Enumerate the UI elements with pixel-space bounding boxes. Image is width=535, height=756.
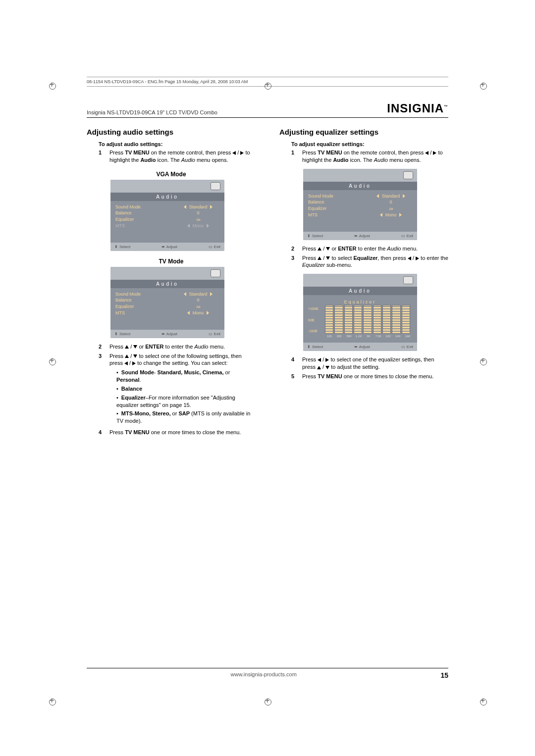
up-arrow-icon: [125, 345, 129, 349]
equalizer-graph: +10dB0dB-10dB: [308, 306, 412, 334]
bullet-equalizer: Equalizer–For more information see "Adju…: [116, 394, 256, 409]
page-number: 15: [440, 671, 448, 679]
brand-logo: INSIGNIA™: [387, 101, 448, 115]
osd-speaker-icon: [211, 182, 220, 190]
osd-screenshot-vga: Audio Sound ModeStandard Balance0 Equali…: [110, 180, 224, 251]
osd-title: Audio: [110, 193, 224, 201]
crop-mark-icon: [478, 81, 488, 91]
subhead-audio: To adjust audio settings:: [99, 141, 256, 147]
step-2: 2 Press / or ENTER to enter the Audio me…: [99, 343, 256, 351]
page-footer: www.insignia-products.com 15: [87, 668, 448, 679]
doc-header: Insignia NS-LTDVD19-09CA 19" LCD TV/DVD …: [87, 101, 448, 118]
crop-mark-icon: [478, 356, 488, 366]
bullet-sound-mode: Sound Mode- Standard, Music, Cinema, or …: [116, 369, 256, 384]
step-4: 4 Press TV MENU one or more times to clo…: [99, 429, 256, 436]
manual-page: 08-1154 NS-LTDVD19-09CA - ENG.fm Page 15…: [0, 0, 535, 756]
step-1: 1 Press TV MENU on the remote control, t…: [291, 149, 448, 164]
tv-mode-label: TV Mode: [87, 258, 256, 265]
left-column: Adjusting audio settings To adjust audio…: [87, 124, 256, 438]
osd-select-hint: ⬍ Select: [114, 245, 130, 249]
left-arrow-icon: [232, 151, 236, 155]
step-2: 2 Press / or ENTER to enter the Audio me…: [291, 245, 448, 252]
section-heading-audio: Adjusting audio settings: [87, 128, 256, 136]
step-3: 3 Press / to select one of the following…: [99, 353, 256, 427]
crop-mark-icon: [47, 356, 57, 366]
osd-screenshot-eq2: Audio Equalizer +10dB0dB-10dB 1202005001…: [303, 274, 417, 351]
step-4: 4 Press / to select one of the equalizer…: [291, 356, 448, 371]
step-3: 3 Press / to select Equalizer, then pres…: [291, 254, 448, 269]
osd-speaker-icon: [403, 171, 413, 179]
crop-mark-icon: [263, 697, 272, 706]
step-1: 1 Press TV MENU on the remote control, t…: [99, 149, 256, 164]
bullet-mts: MTS-Mono, Stereo, or SAP (MTS is only av…: [116, 410, 256, 425]
osd-screenshot-eq1: Audio Sound ModeStandard Balance0 Equali…: [303, 169, 417, 240]
osd-screenshot-tv: Audio Sound ModeStandard Balance0 Equali…: [110, 267, 224, 338]
osd-adjust-hint: ⬌ Adjust: [161, 245, 177, 249]
step-5: 5 Press TV MENU one or more times to clo…: [291, 373, 448, 380]
bullet-balance: Balance: [116, 385, 256, 393]
crop-mark-icon: [478, 697, 488, 706]
section-heading-equalizer: Adjusting equalizer settings: [279, 128, 448, 136]
osd-speaker-icon: [211, 269, 220, 277]
crop-mark-icon: [47, 697, 57, 706]
crop-mark-icon: [263, 81, 272, 91]
vga-mode-label: VGA Mode: [87, 171, 256, 178]
product-name: Insignia NS-LTDVD19-09CA 19" LCD TV/DVD …: [87, 109, 217, 115]
osd-exit-hint: ▭ Exit: [209, 245, 220, 249]
crop-mark-icon: [47, 81, 57, 91]
subhead-eq: To adjust equalizer settings:: [291, 141, 448, 147]
osd-speaker-icon: [403, 276, 413, 284]
footer-url: www.insignia-products.com: [231, 671, 297, 679]
right-column: Adjusting equalizer settings To adjust e…: [279, 124, 448, 438]
